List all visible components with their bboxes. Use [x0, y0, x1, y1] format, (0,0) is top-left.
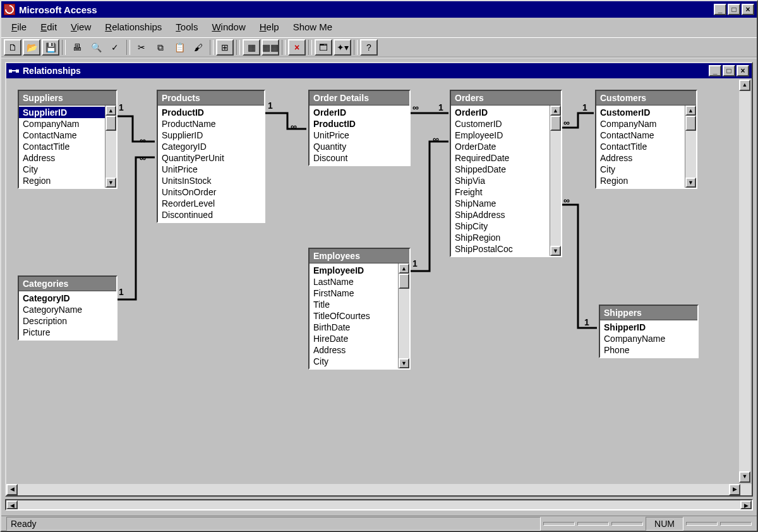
- table-title[interactable]: Shippers: [600, 306, 697, 320]
- scroll-up-icon[interactable]: ▲: [550, 106, 561, 116]
- table-title[interactable]: Order Details: [310, 91, 409, 106]
- field-item[interactable]: UnitPrice: [310, 130, 409, 141]
- field-list[interactable]: ProductIDProductNameSupplierIDCategoryID…: [158, 106, 264, 222]
- child-maximize-button[interactable]: □: [723, 65, 735, 76]
- database-window-icon[interactable]: 🗔: [315, 39, 332, 56]
- menu-edit[interactable]: Edit: [35, 20, 62, 33]
- spell-icon[interactable]: ✓: [106, 39, 124, 56]
- field-item[interactable]: ReorderLevel: [158, 198, 264, 209]
- field-list[interactable]: ShipperIDCompanyNamePhone: [600, 320, 697, 357]
- field-item[interactable]: Discontinued: [158, 209, 264, 221]
- child-vscroll[interactable]: ▲ ▼: [739, 80, 750, 483]
- scroll-thumb[interactable]: [399, 274, 409, 289]
- field-item[interactable]: LastName: [310, 276, 398, 287]
- field-item[interactable]: Title: [310, 299, 398, 310]
- field-list[interactable]: OrderIDProductIDUnitPriceQuantityDiscoun…: [310, 106, 409, 165]
- field-item[interactable]: ShipName: [451, 198, 550, 209]
- table-categories[interactable]: CategoriesCategoryIDCategoryNameDescript…: [18, 275, 117, 341]
- minimize-button[interactable]: _: [714, 4, 726, 15]
- scroll-track[interactable]: [18, 500, 740, 509]
- field-item[interactable]: Address: [310, 344, 398, 356]
- paste-icon[interactable]: 📋: [171, 39, 188, 56]
- field-item[interactable]: Phone: [600, 344, 697, 356]
- scroll-down-icon[interactable]: ▼: [685, 178, 696, 188]
- field-item[interactable]: ContactName: [596, 130, 685, 141]
- field-list[interactable]: OrderIDCustomerIDEmployeeIDOrderDateRequ…: [451, 106, 550, 256]
- outer-hscroll[interactable]: ◀ ▶: [5, 499, 753, 511]
- table-suppliers[interactable]: SuppliersSupplierIDCompanyNamContactName…: [18, 90, 117, 189]
- preview-icon[interactable]: 🔍: [87, 39, 105, 56]
- field-item[interactable]: City: [310, 356, 398, 367]
- field-item[interactable]: ProductID: [158, 107, 264, 118]
- scroll-up-icon[interactable]: ▲: [399, 263, 409, 274]
- table-title[interactable]: Categories: [19, 277, 116, 291]
- delete-icon[interactable]: ×: [288, 39, 306, 56]
- scroll-track[interactable]: [18, 484, 729, 495]
- scroll-right-icon[interactable]: ▶: [740, 500, 752, 509]
- field-item[interactable]: Region: [596, 175, 685, 186]
- field-item[interactable]: CompanyNam: [596, 118, 685, 130]
- format-painter-icon[interactable]: 🖌: [190, 39, 207, 56]
- table-scrollbar[interactable]: ▲▼: [550, 106, 561, 256]
- scroll-left-icon[interactable]: ◀: [6, 500, 18, 509]
- field-item[interactable]: Description: [19, 315, 116, 327]
- field-item[interactable]: ContactTitle: [19, 141, 105, 152]
- field-item[interactable]: ShipAddress: [451, 209, 550, 221]
- child-minimize-button[interactable]: _: [709, 65, 721, 76]
- field-item[interactable]: Address: [596, 152, 685, 164]
- cut-icon[interactable]: ✂: [133, 39, 150, 56]
- field-item[interactable]: Address: [19, 152, 105, 164]
- scroll-track[interactable]: [105, 116, 116, 178]
- field-item[interactable]: ShipVia: [451, 175, 550, 186]
- scroll-left-icon[interactable]: ◀: [6, 484, 18, 495]
- titlebar[interactable]: Microsoft Access _ □ ×: [1, 1, 757, 18]
- scroll-track[interactable]: [399, 274, 409, 358]
- scroll-track[interactable]: [550, 116, 561, 246]
- scroll-down-icon[interactable]: ▼: [550, 246, 561, 256]
- menu-help[interactable]: Help: [255, 20, 284, 33]
- menu-view[interactable]: View: [66, 20, 96, 33]
- new-object-icon[interactable]: ✦▾: [334, 39, 351, 56]
- field-item[interactable]: ShipPostalCoc: [451, 243, 550, 255]
- help-icon[interactable]: ?: [360, 39, 378, 56]
- field-item[interactable]: CustomerID: [451, 118, 550, 130]
- field-item[interactable]: SupplierID: [19, 107, 105, 118]
- maximize-button[interactable]: □: [728, 4, 740, 15]
- scroll-up-icon[interactable]: ▲: [685, 106, 696, 116]
- scroll-thumb[interactable]: [105, 116, 116, 131]
- field-list[interactable]: SupplierIDCompanyNamContactNameContactTi…: [19, 106, 105, 188]
- field-item[interactable]: CategoryName: [19, 304, 116, 315]
- field-item[interactable]: CategoryID: [19, 293, 116, 304]
- table-orderdetails[interactable]: Order DetailsOrderIDProductIDUnitPriceQu…: [308, 90, 411, 166]
- table-shippers[interactable]: ShippersShipperIDCompanyNamePhone: [599, 305, 699, 358]
- field-item[interactable]: ShipperID: [600, 322, 697, 333]
- menu-tools[interactable]: Tools: [171, 20, 203, 33]
- scroll-track[interactable]: [739, 91, 750, 471]
- child-titlebar[interactable]: Relationships _ □ ×: [6, 63, 752, 78]
- field-item[interactable]: QuantityPerUnit: [158, 152, 264, 164]
- field-item[interactable]: Region: [19, 175, 105, 186]
- field-item[interactable]: ProductName: [158, 118, 264, 130]
- field-item[interactable]: CompanyName: [600, 333, 697, 344]
- field-item[interactable]: Picture: [19, 327, 116, 338]
- table-scrollbar[interactable]: ▲▼: [105, 106, 116, 188]
- field-item[interactable]: ShipRegion: [451, 232, 550, 243]
- scroll-down-icon[interactable]: ▼: [105, 178, 116, 188]
- table-title[interactable]: Employees: [310, 249, 409, 263]
- table-customers[interactable]: CustomersCustomerIDCompanyNamContactName…: [595, 90, 697, 189]
- scroll-thumb[interactable]: [550, 116, 561, 131]
- field-item[interactable]: EmployeeID: [310, 265, 398, 276]
- scroll-down-icon[interactable]: ▼: [399, 358, 409, 368]
- field-list[interactable]: CustomerIDCompanyNamContactNameContactTi…: [596, 106, 685, 188]
- table-orders[interactable]: OrdersOrderIDCustomerIDEmployeeIDOrderDa…: [450, 90, 562, 257]
- scroll-right-icon[interactable]: ▶: [729, 484, 740, 495]
- table-employees[interactable]: EmployeesEmployeeIDLastNameFirstNameTitl…: [308, 248, 411, 370]
- scroll-up-icon[interactable]: ▲: [739, 80, 750, 91]
- field-item[interactable]: ProductID: [310, 118, 409, 130]
- open-icon[interactable]: 📂: [23, 39, 40, 56]
- close-button[interactable]: ×: [742, 4, 754, 15]
- field-item[interactable]: UnitPrice: [158, 164, 264, 175]
- field-item[interactable]: TitleOfCourtes: [310, 310, 398, 322]
- scroll-up-icon[interactable]: ▲: [105, 106, 116, 116]
- show-direct-icon[interactable]: ▦: [243, 39, 260, 56]
